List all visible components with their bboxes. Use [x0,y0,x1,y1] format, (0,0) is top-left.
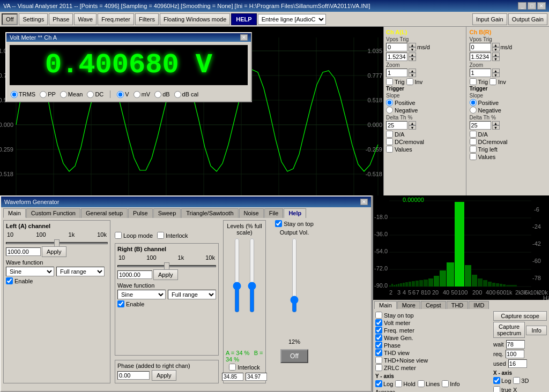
da-checkbox-b[interactable] [470,131,477,138]
y-info-checkbox[interactable] [442,380,449,387]
floating-button[interactable]: Floating Windows mode [160,13,230,25]
volt-meter-close[interactable]: ✕ [240,34,248,41]
zoom-up-b[interactable]: ▲ [492,69,500,73]
inv-checkbox-b[interactable] [489,78,496,85]
pp-radio[interactable] [40,91,47,98]
phase-apply-button[interactable]: Apply [152,370,176,381]
loop-mode-label[interactable]: Loop mode [115,232,153,239]
wave-button[interactable]: Wave [74,13,97,25]
vpos-ms-down-b[interactable]: ▼ [492,57,500,61]
right-wave-select[interactable]: Sine [117,290,166,299]
vpos-up-a[interactable]: ▲ [409,43,416,47]
input-gain-button[interactable]: Input Gain [472,13,507,25]
output-gain-button[interactable]: Output Gain [508,13,547,25]
analyzer-tab-imd[interactable]: IMD [469,301,489,309]
mean-radio[interactable] [60,91,67,98]
settings-button[interactable]: Settings [19,13,48,25]
wave-gen-analyzer-checkbox[interactable] [375,334,382,341]
left-freq-slider[interactable] [6,242,108,244]
left-freq-apply-button[interactable]: Apply [42,246,66,257]
right-freq-apply-button[interactable]: Apply [153,269,178,280]
y-hold-checkbox[interactable] [395,380,402,387]
dbcal-radio[interactable] [174,91,181,98]
vpos-up-b[interactable]: ▲ [492,43,500,47]
thd-analyzer-checkbox[interactable] [375,349,382,356]
analyzer-tab-thd[interactable]: THD [447,301,469,309]
dc-radio[interactable] [87,91,94,98]
zoom-up-a[interactable]: ▲ [409,69,416,73]
y-lines-checkbox[interactable] [418,380,425,387]
interlock-option-label[interactable]: Interlock [157,232,188,239]
capture-scope-button[interactable]: Capture scope [493,311,547,321]
wait-input[interactable] [506,340,525,349]
zoom-down-b[interactable]: ▼ [492,73,500,77]
stay-top-analyzer-checkbox[interactable] [375,312,382,319]
mv-radio[interactable] [133,91,140,98]
wavegen-tab-sweep[interactable]: Sweep [153,208,181,218]
delta-down-a[interactable]: ▼ [409,125,416,130]
x-3d-checkbox[interactable] [513,377,520,384]
level-a-slider[interactable] [232,238,242,313]
trig-left-checkbox-b[interactable] [470,146,477,153]
mv-option[interactable]: mV [133,91,151,98]
negative-radio-b[interactable] [470,107,477,114]
right-enable-checkbox[interactable] [117,300,124,307]
left-freq-input[interactable] [6,247,41,256]
trms-radio[interactable] [11,91,18,98]
dbcal-option[interactable]: dB cal [174,91,199,98]
level-b-slider[interactable] [247,238,257,313]
y-log-option[interactable]: Log [375,380,393,387]
mean-option[interactable]: Mean [60,91,83,98]
analyzer-tab-cepst[interactable]: Cepst [421,301,446,309]
analyzer-tab-main[interactable]: Main [374,301,397,309]
negative-radio-a[interactable] [386,107,393,114]
y-hold-option[interactable]: Hold [395,380,416,387]
help-button[interactable]: HELP [231,13,256,25]
vpos-down-b[interactable]: ▼ [492,47,500,51]
v-radio[interactable] [117,91,124,98]
levels-interlock-checkbox[interactable] [229,364,236,371]
x-log-option[interactable]: Log [493,377,511,384]
inv-checkbox-a[interactable] [406,78,413,85]
phase-button[interactable]: Phase [49,13,73,25]
wavegen-tab-file[interactable]: File [264,208,284,218]
y-log-checkbox[interactable] [375,380,382,387]
minimize-button[interactable]: _ [518,2,526,10]
zoom-input-a[interactable] [386,69,407,77]
wavegen-tab-pulse[interactable]: Pulse [128,208,153,218]
wavegen-tab-help[interactable]: Help [284,208,306,218]
analyzer-tab-more[interactable]: More [397,301,420,309]
phase-analyzer-checkbox[interactable] [375,342,382,349]
loop-mode-checkbox[interactable] [115,232,122,239]
pp-option[interactable]: PP [40,91,56,98]
freq-meter-button[interactable]: Freq.meter [98,13,134,25]
vpos-ms-input-a[interactable] [386,52,407,61]
trig-checkbox-a[interactable] [386,78,393,85]
delta-input-b[interactable] [470,121,491,130]
vpos-input-b[interactable] [470,43,491,51]
v-option[interactable]: V [117,91,129,98]
delta-down-b[interactable]: ▼ [492,125,500,130]
off-button[interactable]: Off [2,13,18,25]
right-freq-input[interactable] [117,270,152,279]
positive-radio-a[interactable] [386,99,393,106]
delta-up-a[interactable]: ▲ [409,121,416,125]
positive-radio-b[interactable] [470,99,477,106]
x-3d-option[interactable]: 3D [513,377,529,384]
y-info-option[interactable]: Info [442,380,459,387]
zoom-input-b[interactable] [470,69,491,77]
stay-on-top-checkbox[interactable] [275,220,282,227]
wavegen-tab-triangle[interactable]: Triangle/Sawtooth [181,208,238,218]
right-freq-slider[interactable] [117,265,216,267]
delta-up-b[interactable]: ▲ [492,121,500,125]
vpos-down-a[interactable]: ▼ [409,47,416,51]
values-checkbox-b[interactable] [470,153,477,160]
freq-meter-analyzer-checkbox[interactable] [375,327,382,334]
zoom-down-a[interactable]: ▼ [409,73,416,77]
wavegen-tab-main[interactable]: Main [3,208,26,218]
phase-input[interactable] [117,371,150,380]
interlock-option-checkbox[interactable] [157,232,164,239]
output-off-button[interactable]: Off [280,349,308,363]
vpos-ms-up-a[interactable]: ▲ [409,52,416,57]
used-input[interactable] [508,359,527,368]
